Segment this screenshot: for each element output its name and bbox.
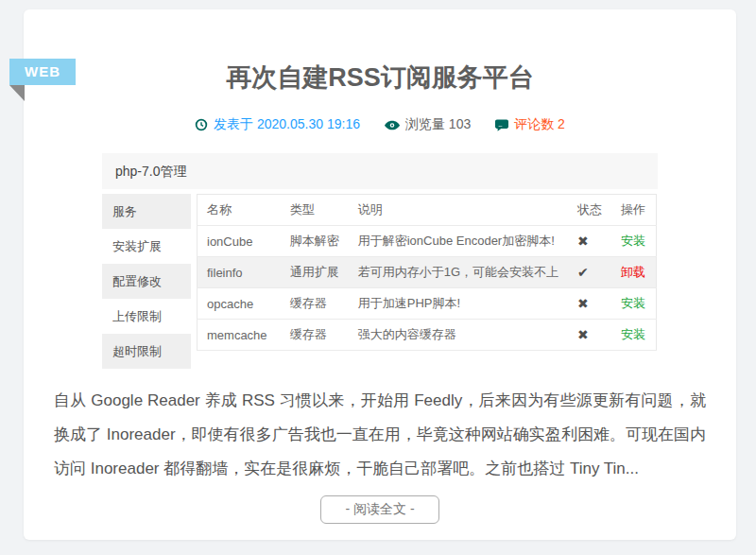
post-meta: 发表于 2020.05.30 19:16 浏览量 103 评论数 2 bbox=[24, 115, 736, 134]
read-more-wrap: - 阅读全文 - bbox=[24, 495, 736, 524]
cell-desc: 若可用内存小于1G，可能会安装不上 bbox=[349, 257, 568, 288]
ribbon-fold-triangle bbox=[9, 85, 25, 101]
status-cross-icon: ✖ bbox=[577, 234, 589, 249]
panel-body: 服务 安装扩展 配置修改 上传限制 超时限制 名称 类型 说明 状态 操作 bbox=[102, 194, 658, 369]
table-row: opcache 缓存器 用于加速PHP脚本! ✖ 安装 bbox=[198, 288, 657, 320]
column-header-action: 操作 bbox=[611, 195, 656, 226]
sidebar-tab-timeout-limit[interactable]: 超时限制 bbox=[102, 334, 191, 369]
view-count-label: 浏览量 103 bbox=[405, 116, 471, 133]
status-cross-icon: ✖ bbox=[577, 327, 589, 342]
cell-type: 通用扩展 bbox=[281, 257, 349, 288]
comment-count-label: 评论数 2 bbox=[514, 116, 565, 133]
sidebar-tab-install-extensions[interactable]: 安装扩展 bbox=[102, 229, 191, 264]
column-header-type: 类型 bbox=[281, 195, 349, 226]
table-header-row: 名称 类型 说明 状态 操作 bbox=[198, 195, 657, 226]
cell-type: 缓存器 bbox=[281, 288, 349, 320]
column-header-desc: 说明 bbox=[349, 195, 568, 226]
uninstall-link[interactable]: 卸载 bbox=[621, 265, 645, 279]
cell-type: 缓存器 bbox=[281, 320, 349, 351]
column-header-status: 状态 bbox=[568, 195, 611, 226]
status-cross-icon: ✖ bbox=[577, 296, 589, 311]
table-row: ionCube 脚本解密 用于解密ionCube Encoder加密脚本! ✖ … bbox=[198, 226, 657, 257]
install-link[interactable]: 安装 bbox=[621, 327, 645, 341]
sidebar-tab-services[interactable]: 服务 bbox=[102, 194, 191, 229]
panel-title: php-7.0管理 bbox=[102, 153, 658, 189]
install-link[interactable]: 安装 bbox=[621, 296, 645, 310]
cell-desc: 用于解密ionCube Encoder加密脚本! bbox=[349, 226, 568, 257]
panel-content: 名称 类型 说明 状态 操作 ionCube 脚本解密 用于解密ionCube … bbox=[197, 194, 658, 369]
table-row: memcache 缓存器 强大的内容缓存器 ✖ 安装 bbox=[198, 320, 657, 351]
category-ribbon[interactable]: WEB bbox=[9, 59, 76, 85]
cell-desc: 用于加速PHP脚本! bbox=[349, 288, 568, 320]
view-count: 浏览量 103 bbox=[385, 116, 471, 133]
category-ribbon-label: WEB bbox=[25, 63, 60, 79]
cell-desc: 强大的内容缓存器 bbox=[349, 320, 568, 351]
php-manager-panel: php-7.0管理 服务 安装扩展 配置修改 上传限制 超时限制 名称 类型 说… bbox=[102, 153, 658, 369]
sidebar-tab-config-edit[interactable]: 配置修改 bbox=[102, 264, 191, 299]
sidebar-tab-upload-limit[interactable]: 上传限制 bbox=[102, 299, 191, 334]
post-excerpt: 自从 Google Reader 养成 RSS 习惯以来，开始用 Feedly，… bbox=[54, 384, 706, 486]
install-link[interactable]: 安装 bbox=[621, 234, 645, 248]
post-card: WEB 再次自建RSS订阅服务平台 发表于 2020.05.30 19:16 浏… bbox=[24, 9, 736, 540]
publish-date: 发表于 2020.05.30 19:16 bbox=[195, 116, 360, 133]
status-check-icon: ✔ bbox=[577, 265, 589, 280]
cell-type: 脚本解密 bbox=[281, 226, 349, 257]
publish-date-label: 发表于 2020.05.30 19:16 bbox=[214, 116, 360, 133]
table-row: fileinfo 通用扩展 若可用内存小于1G，可能会安装不上 ✔ 卸载 bbox=[198, 257, 657, 288]
read-more-button[interactable]: - 阅读全文 - bbox=[320, 495, 438, 524]
cell-name: memcache bbox=[198, 320, 281, 351]
comment-icon bbox=[495, 119, 508, 131]
clock-icon bbox=[195, 118, 208, 131]
column-header-name: 名称 bbox=[198, 195, 281, 226]
post-title[interactable]: 再次自建RSS订阅服务平台 bbox=[24, 62, 736, 93]
cell-name: ionCube bbox=[198, 226, 281, 257]
comment-count: 评论数 2 bbox=[495, 116, 565, 133]
eye-icon bbox=[385, 120, 400, 130]
extensions-table: 名称 类型 说明 状态 操作 ionCube 脚本解密 用于解密ionCube … bbox=[197, 194, 657, 351]
panel-sidebar: 服务 安装扩展 配置修改 上传限制 超时限制 bbox=[102, 194, 191, 369]
cell-name: opcache bbox=[198, 288, 281, 320]
cell-name: fileinfo bbox=[198, 257, 281, 288]
